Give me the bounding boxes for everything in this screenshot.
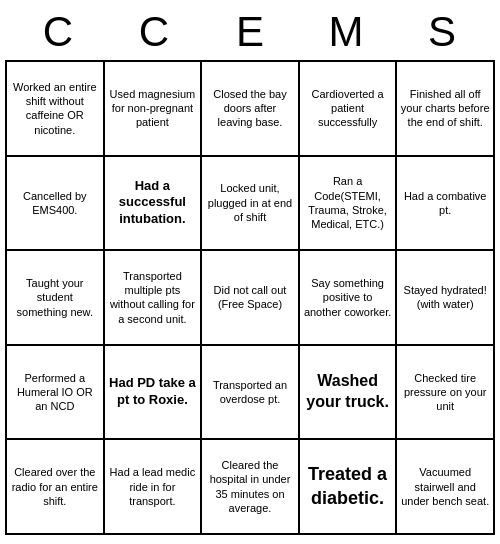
cell-0-3[interactable]: Cardioverted a patient successfully bbox=[299, 61, 397, 156]
cell-3-3[interactable]: Washed your truck. bbox=[299, 345, 397, 440]
title-letter: C bbox=[114, 8, 194, 56]
cell-3-4[interactable]: Checked tire pressure on your unit bbox=[396, 345, 494, 440]
title-letter: C bbox=[18, 8, 98, 56]
cell-4-2[interactable]: Cleared the hospital in under 35 minutes… bbox=[201, 439, 299, 534]
cell-1-1[interactable]: Had a successful intubation. bbox=[104, 156, 202, 251]
cell-0-2[interactable]: Closed the bay doors after leaving base. bbox=[201, 61, 299, 156]
bingo-grid: Worked an entire shift without caffeine … bbox=[5, 60, 495, 535]
cell-0-4[interactable]: Finished all off your charts before the … bbox=[396, 61, 494, 156]
cell-0-1[interactable]: Used magnesium for non-pregnant patient bbox=[104, 61, 202, 156]
cell-4-0[interactable]: Cleared over the radio for an entire shi… bbox=[6, 439, 104, 534]
cell-3-1[interactable]: Had PD take a pt to Roxie. bbox=[104, 345, 202, 440]
cell-3-0[interactable]: Performed a Humeral IO OR an NCD bbox=[6, 345, 104, 440]
cell-1-2[interactable]: Locked unit, plugged in at end of shift bbox=[201, 156, 299, 251]
cell-4-4[interactable]: Vacuumed stairwell and under bench seat. bbox=[396, 439, 494, 534]
cell-2-1[interactable]: Transported multiple pts without calling… bbox=[104, 250, 202, 345]
cell-4-3[interactable]: Treated a diabetic. bbox=[299, 439, 397, 534]
cell-1-0[interactable]: Cancelled by EMS400. bbox=[6, 156, 104, 251]
title-letter: M bbox=[306, 8, 386, 56]
title-letter: E bbox=[210, 8, 290, 56]
cell-2-3[interactable]: Say something positive to another cowork… bbox=[299, 250, 397, 345]
cell-0-0[interactable]: Worked an entire shift without caffeine … bbox=[6, 61, 104, 156]
cell-3-2[interactable]: Transported an overdose pt. bbox=[201, 345, 299, 440]
bingo-title: CCEMS bbox=[0, 0, 500, 60]
cell-1-3[interactable]: Ran a Code(STEMI, Trauma, Stroke, Medica… bbox=[299, 156, 397, 251]
cell-2-2[interactable]: Did not call out (Free Space) bbox=[201, 250, 299, 345]
cell-2-4[interactable]: Stayed hydrated! (with water) bbox=[396, 250, 494, 345]
title-letter: S bbox=[402, 8, 482, 56]
cell-2-0[interactable]: Taught your student something new. bbox=[6, 250, 104, 345]
cell-1-4[interactable]: Had a combative pt. bbox=[396, 156, 494, 251]
cell-4-1[interactable]: Had a lead medic ride in for transport. bbox=[104, 439, 202, 534]
